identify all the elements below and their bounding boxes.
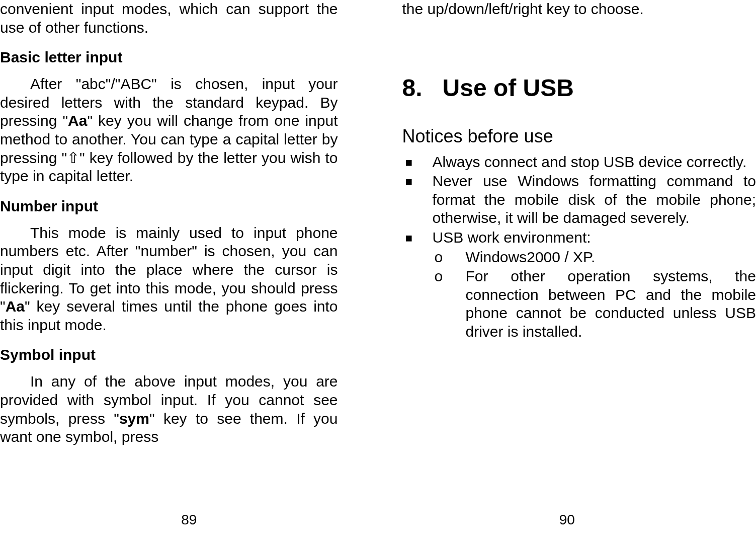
list-item: Never use Windows formatting command to … (402, 172, 757, 227)
text-part: " key several times until the phone goes… (0, 298, 338, 333)
key-aa: Aa (6, 298, 25, 315)
key-sym: sym (119, 410, 149, 427)
list-item: For other operation systems, the connect… (433, 267, 757, 341)
bullet-list: Always connect and stop USB device corre… (402, 153, 757, 342)
body-basic-letter: After "abc"/"ABC" is chosen, input your … (0, 75, 338, 186)
heading-number-input: Number input (0, 198, 338, 215)
top-fragment: the up/down/left/right key to choose. (402, 0, 757, 19)
page-right: the up/down/left/right key to choose. 8.… (378, 0, 757, 534)
sub-bullet-list: Windows2000 / XP. For other operation sy… (433, 248, 757, 341)
chapter-title: Use of USB (443, 74, 574, 101)
page-number-right: 90 (378, 512, 757, 528)
chapter-number: 8. (402, 74, 423, 101)
intro-fragment: convenient input modes, which can suppor… (0, 0, 338, 37)
page-left: convenient input modes, which can suppor… (0, 0, 378, 534)
page-number-left: 89 (0, 512, 378, 528)
list-item: USB work environment: Windows2000 / XP. … (402, 228, 757, 341)
heading-basic-letter: Basic letter input (0, 49, 338, 66)
heading-symbol-input: Symbol input (0, 346, 338, 363)
chapter-heading: 8. Use of USB (402, 74, 757, 102)
key-aa: Aa (68, 112, 87, 129)
section-heading-notices: Notices before use (402, 126, 757, 147)
body-symbol-input: In any of the above input modes, you are… (0, 372, 338, 446)
body-number-input: This mode is mainly used to input phone … (0, 224, 338, 335)
list-item: Always connect and stop USB device corre… (402, 153, 757, 172)
list-item-text: USB work environment: (433, 229, 591, 246)
list-item: Windows2000 / XP. (433, 248, 757, 267)
